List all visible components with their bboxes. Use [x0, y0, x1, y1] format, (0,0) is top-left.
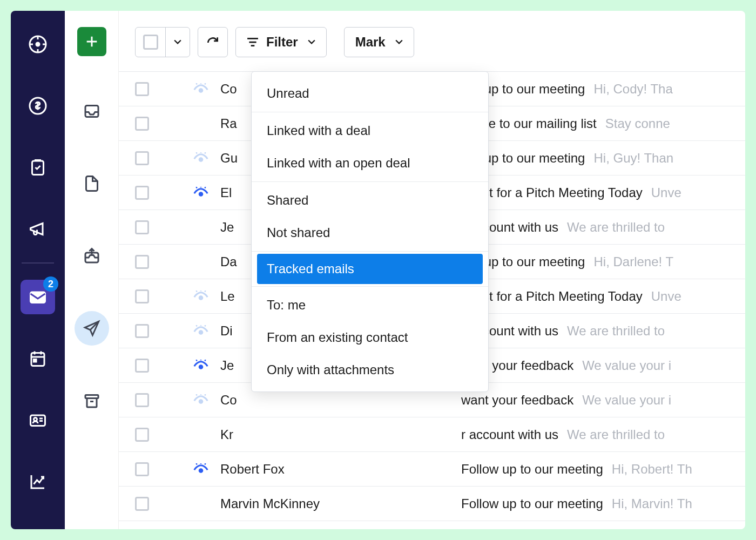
mail-icon [28, 287, 48, 307]
email-preview: Hi, Darlene! T [593, 254, 673, 269]
select-all[interactable] [135, 27, 190, 57]
svg-line-40 [196, 291, 197, 292]
email-preview: Stay conne [605, 116, 670, 131]
email-subject: Follow up to our meeting [461, 462, 603, 477]
row-checkbox[interactable] [135, 428, 149, 442]
nav-calendar[interactable] [21, 341, 55, 376]
mail-badge: 2 [43, 276, 58, 292]
tracked-indicator [190, 187, 212, 199]
compose-button[interactable] [77, 27, 106, 56]
email-subject: Follow up to our meeting [461, 496, 603, 511]
email-subject: want your feedback [461, 393, 573, 408]
svg-line-34 [205, 152, 205, 153]
row-checkbox[interactable] [135, 289, 149, 303]
svg-point-55 [199, 468, 204, 473]
send-icon [83, 319, 101, 338]
tracked-indicator [190, 152, 212, 164]
email-row[interactable]: Kr r account with us We are thrilled to [119, 417, 745, 452]
outbox-icon [82, 246, 102, 266]
filter-option[interactable]: Only with attachments [252, 354, 488, 386]
svg-point-27 [199, 88, 204, 93]
tracked-indicator [190, 394, 212, 406]
inbox-icon [82, 102, 102, 121]
row-checkbox[interactable] [135, 151, 149, 165]
dropdown-separator [252, 286, 488, 287]
row-checkbox[interactable] [135, 497, 149, 511]
filter-option[interactable]: Unread [252, 77, 488, 110]
tracked-eye-icon [193, 394, 209, 406]
filter-label: Filter [266, 35, 298, 50]
refresh-button[interactable] [198, 27, 228, 57]
filter-option[interactable]: Shared [252, 184, 488, 217]
filter-option[interactable]: Linked with a deal [252, 114, 488, 147]
row-checkbox[interactable] [135, 393, 149, 407]
svg-rect-8 [31, 292, 45, 303]
svg-line-28 [196, 83, 197, 84]
subnav-archive[interactable] [75, 383, 109, 418]
row-checkbox[interactable] [135, 255, 149, 269]
filter-option[interactable]: Tracked emails [257, 254, 483, 284]
email-row[interactable]: Marvin McKinney Follow up to our meeting… [119, 487, 745, 521]
nav-tasks[interactable] [21, 150, 55, 185]
sender-name: Co [220, 393, 453, 408]
svg-point-47 [199, 364, 204, 369]
nav-campaigns[interactable] [21, 212, 55, 246]
nav-contacts[interactable] [21, 403, 55, 437]
filter-option[interactable]: Linked with an open deal [252, 147, 488, 179]
dropdown-separator [252, 181, 488, 182]
filter-option[interactable]: Not shared [252, 217, 488, 249]
email-preview: Hi, Cody! Tha [593, 82, 672, 97]
email-preview: We value your i [582, 393, 671, 408]
email-preview: Hi, Robert! Th [612, 462, 692, 477]
row-checkbox[interactable] [135, 82, 149, 96]
filter-option[interactable]: From an existing contact [252, 321, 488, 354]
subnav-inbox[interactable] [75, 94, 109, 129]
mail-subnav [65, 11, 119, 529]
caret-down-icon [308, 39, 315, 45]
nav-compass[interactable] [21, 27, 55, 62]
tracked-indicator [190, 463, 212, 475]
mark-button[interactable]: Mark [344, 27, 414, 57]
dropdown-separator [252, 112, 488, 112]
subnav-outbox[interactable] [75, 239, 109, 273]
archive-icon [82, 391, 102, 410]
email-row[interactable]: Robert Fox Follow up to our meeting Hi, … [119, 452, 745, 487]
email-preview: Unve [651, 289, 681, 304]
dropdown-separator [252, 251, 488, 252]
filter-button[interactable]: Filter [235, 27, 327, 57]
tracked-eye-icon [193, 291, 209, 302]
svg-rect-13 [34, 360, 37, 362]
nav-deals[interactable] [21, 89, 55, 123]
row-checkbox[interactable] [135, 220, 149, 234]
svg-rect-22 [85, 395, 98, 399]
svg-line-58 [205, 463, 205, 464]
chart-icon [28, 472, 48, 491]
subnav-drafts[interactable] [75, 166, 109, 201]
row-checkbox[interactable] [135, 462, 149, 476]
nav-divider [22, 262, 54, 264]
caret-down-icon [395, 39, 403, 45]
row-checkbox[interactable] [135, 359, 149, 373]
tracked-indicator [190, 83, 212, 95]
email-preview: Hi, Guy! Than [593, 151, 673, 166]
tracked-eye-icon [193, 463, 209, 475]
contact-card-icon [28, 410, 48, 430]
subnav-sent[interactable] [75, 311, 109, 346]
row-checkbox[interactable] [135, 117, 149, 131]
svg-point-39 [199, 295, 204, 300]
nav-insights[interactable] [21, 464, 55, 499]
svg-point-1 [36, 43, 39, 46]
tracked-eye-icon [193, 83, 209, 95]
filter-option[interactable]: To: me [252, 289, 488, 321]
sender-name: Marvin McKinney [220, 496, 453, 511]
nav-mail[interactable]: 2 [21, 280, 55, 314]
clipboard-icon [28, 158, 48, 177]
svg-point-35 [199, 192, 204, 197]
refresh-icon [206, 35, 220, 49]
row-checkbox[interactable] [135, 186, 149, 200]
tracked-eye-icon [193, 325, 209, 337]
svg-line-42 [205, 291, 205, 292]
row-checkbox[interactable] [135, 324, 149, 338]
svg-line-50 [205, 360, 205, 361]
svg-rect-14 [31, 415, 45, 426]
